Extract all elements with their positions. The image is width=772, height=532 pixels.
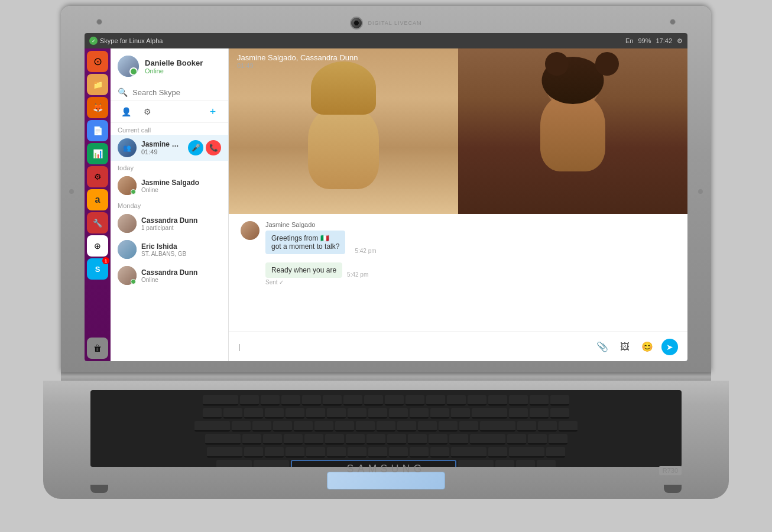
contact-info-cassandra: Cassandra Dunn 1 participant (141, 216, 221, 231)
corner-dot-tl (96, 19, 102, 25)
dock-trash-icon[interactable]: 🗑 (87, 338, 108, 359)
key-7 (348, 408, 366, 419)
key-o (397, 421, 416, 432)
key-t (314, 421, 333, 432)
current-call-section-label: Current call (111, 123, 228, 135)
ubuntu-dock: ⊙ 📁 🦊 📄 📊 ⚙ a 🔧 ⊕ S 1 🗑 (85, 48, 111, 361)
chat-panel: Jasmine Salgado, Cassandra Dunn 01:49 (229, 48, 687, 361)
webcam-icon (350, 17, 363, 30)
call-participants-label: Jasmine Salgado, Cassandra Dunn (237, 53, 679, 62)
contact-name-jasmine: Jasmine Salgado (141, 179, 221, 187)
contact-cassandra2[interactable]: Cassandra Dunn Online (111, 262, 228, 288)
message-content-jasmine: Jasmine Salgado Greetings from 🇮🇹 got a … (265, 221, 676, 257)
settings-btn[interactable]: ⚙ (139, 103, 155, 120)
key-pgup (530, 395, 549, 406)
image-btn[interactable]: 🖼 (617, 339, 633, 355)
add-contact-btn[interactable]: + (205, 103, 221, 120)
dock-docs-icon[interactable]: 📄 (87, 120, 108, 141)
search-input[interactable] (132, 88, 229, 97)
chat-input[interactable] (238, 342, 588, 351)
add-file-btn[interactable]: 📎 (594, 339, 611, 355)
key-1 (223, 408, 242, 419)
laptop-outer: DIGITAL LIVECAM Skype for Linux Alpha En… (43, 6, 729, 526)
key-left (495, 460, 514, 467)
dock-firefox-icon[interactable]: 🦊 (87, 97, 108, 118)
message-line-2: got a moment to talk? (271, 242, 339, 251)
key-esc (203, 395, 238, 406)
contact-name-eric: Eric Ishida (141, 242, 221, 251)
contact-sub-eric: ST. ALBANS, GB (141, 251, 221, 257)
foot-right (664, 485, 682, 493)
contact-sub-cassandra: 1 participant (141, 225, 221, 231)
key-q (232, 421, 251, 432)
taskbar-right: En 99% 17:42 ⚙ (625, 37, 683, 45)
search-bar[interactable]: 🔍 (111, 84, 228, 101)
skype-panel: Danielle Booker Online 🔍 👤 ⚙ (111, 48, 229, 361)
key-k (387, 434, 406, 445)
key-alt-l (254, 460, 289, 467)
taskbar-left: Skype for Linux Alpha (89, 37, 163, 45)
key-b (327, 447, 346, 458)
foot-left (90, 485, 108, 493)
dock-chrome-icon[interactable]: ⊕ (87, 235, 108, 257)
message-time-1: 5:42 pm (355, 248, 376, 254)
dock-settings-icon[interactable]: ⚙ (87, 166, 108, 187)
contact-name-cassandra: Cassandra Dunn (141, 216, 221, 225)
online-indicator-cassandra2 (131, 279, 136, 284)
contact-info-eric: Eric Ishida ST. ALBANS, GB (141, 242, 221, 257)
call-info: Jasmine Salgado, Ca... 01:49 (141, 140, 183, 155)
key-z (244, 447, 263, 458)
key-e (273, 421, 292, 432)
key-num3 (549, 434, 567, 445)
mute-btn[interactable]: 🎤 (188, 140, 203, 155)
key-comma (389, 447, 408, 458)
send-btn[interactable]: ➤ (661, 339, 678, 355)
contact-jasmine-today[interactable]: Jasmine Salgado Online (111, 173, 228, 199)
call-name: Jasmine Salgado, Ca... (141, 140, 183, 148)
profile-avatar (118, 56, 139, 77)
dock-skype-icon[interactable]: S 1 (87, 258, 108, 280)
dock-files-icon[interactable]: 📁 (87, 74, 108, 95)
contact-cassandra[interactable]: Cassandra Dunn 1 participant (111, 210, 228, 236)
key-enter (480, 421, 515, 432)
key-num9 (550, 408, 569, 419)
message-sender-jasmine: Jasmine Salgado (265, 221, 676, 228)
message-avatar-jasmine (241, 221, 260, 240)
key-4 (286, 408, 304, 419)
dock-tools-icon[interactable]: 🔧 (87, 212, 108, 233)
key-semi (429, 434, 447, 445)
message-bubble-1: Greetings from 🇮🇹 got a moment to talk? (265, 231, 345, 254)
message-line-1: Greetings from 🇮🇹 (271, 234, 339, 242)
action-row: 👤 ⚙ + (111, 101, 228, 123)
key-num8 (530, 408, 549, 419)
taskbar-gear-icon[interactable]: ⚙ (677, 37, 683, 45)
key-u (356, 421, 375, 432)
key-num1 (507, 434, 526, 445)
key-6 (327, 408, 346, 419)
contact-eric[interactable]: Eric Ishida ST. ALBANS, GB (111, 236, 228, 262)
dock-amazon-icon[interactable]: a (87, 189, 108, 210)
key-pgdn (550, 395, 569, 406)
key-del (488, 395, 507, 406)
contacts-btn[interactable]: 👤 (118, 103, 134, 120)
key-f (304, 434, 323, 445)
key-5 (306, 408, 325, 419)
dock-ubuntu-icon[interactable]: ⊙ (87, 51, 108, 72)
laptop-brand: SAMSUNG (346, 463, 425, 475)
chat-toolbar-icons: 📎 🖼 😊 ➤ (594, 339, 678, 355)
today-section-label: today (111, 161, 228, 173)
contact-status-jasmine: Online (141, 187, 221, 193)
screen-content: Skype for Linux Alpha En 99% 17:42 ⚙ ⊙ 📁 (85, 33, 687, 361)
sent-row: Ready when you are 5:42 pm (265, 262, 676, 278)
screen-bezel: Skype for Linux Alpha En 99% 17:42 ⚙ ⊙ 📁 (85, 33, 687, 361)
taskbar-battery: 99% (638, 37, 651, 44)
profile-header[interactable]: Danielle Booker Online (111, 48, 228, 84)
current-call-item[interactable]: 👥 Jasmine Salgado, Ca... 01:49 🎤 📞 (111, 135, 228, 161)
dock-sheets-icon[interactable]: 📊 (87, 143, 108, 164)
sent-status-label: Sent ✓ (265, 279, 676, 286)
end-call-btn[interactable]: 📞 (206, 140, 221, 155)
profile-info: Danielle Booker Online (145, 59, 203, 74)
emoji-btn[interactable]: 😊 (639, 339, 656, 355)
side-dot-right (698, 189, 703, 194)
taskbar-time: 17:42 (656, 37, 672, 44)
